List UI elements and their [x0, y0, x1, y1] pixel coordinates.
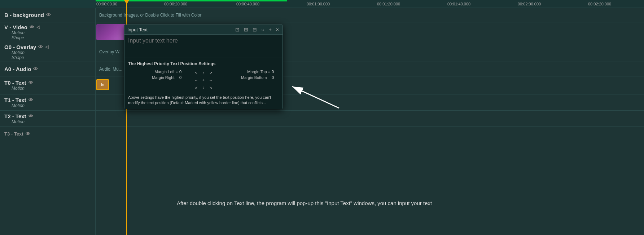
time-marker-5: 00:01:40.000 [447, 2, 470, 6]
arrow-up[interactable]: ↑ [200, 70, 207, 76]
margin-top-value: 0 [272, 70, 279, 74]
time-marker-0: 00:00:00.00 [96, 2, 117, 6]
track-text1-title: T1 - Text [4, 97, 26, 103]
modal-text-input[interactable] [128, 37, 279, 44]
timeline-header: 00:00:00.00 00:00:20.000 00:00:40.000 00… [96, 0, 644, 8]
text0-clip-label: In [101, 83, 104, 87]
track-video-title: V - Video [4, 24, 27, 30]
timeline-row-text3 [96, 127, 644, 141]
modal-close-button[interactable]: × [275, 27, 280, 32]
background-eye-icon[interactable]: 👁 [46, 12, 51, 18]
overlay-shape-label: Shape [4, 55, 95, 60]
margin-left-row: Margin Left = 0 [128, 70, 187, 74]
margin-right-value: 0 [179, 75, 187, 80]
margin-right-row: Margin Right = 0 [128, 75, 187, 80]
modal-minimize-button[interactable]: ○ [260, 27, 265, 32]
arrow-topright[interactable]: ↗ [207, 70, 214, 76]
text2-eye-icon[interactable]: 👁 [29, 114, 33, 119]
margin-bottom-label: Margin Bottom = [220, 75, 270, 80]
overlay-eye-icon[interactable]: 👁 [38, 44, 43, 50]
arrow-topleft[interactable]: ↖ [193, 70, 200, 76]
tracks-sidebar: B - background 👁 V - Video 👁 ◁ Motion Sh… [0, 8, 96, 235]
time-marker-7: 00:02:20.000 [588, 2, 611, 6]
video-audio-icon[interactable]: ◁ [36, 25, 40, 30]
modal-icon-grid[interactable]: ⊡ [235, 27, 240, 32]
modal-titlebar-icons: ⊡ ⊞ ⊟ ○ + × [235, 27, 280, 32]
time-marker-2: 00:00:40.000 [236, 2, 259, 6]
time-marker-1: 00:00:20.000 [164, 2, 187, 6]
text0-motion-label: Motion [4, 86, 95, 91]
track-text3-title: T3 - Text [4, 131, 23, 137]
arrow-bottomleft[interactable]: ↙ [193, 84, 200, 90]
track-text1-label[interactable]: T1 - Text 👁 Motion [0, 94, 95, 111]
track-text3-label[interactable]: T3 - Text 👁 [0, 127, 95, 141]
margin-left-label: Margin Left = [128, 70, 178, 74]
track-background-label[interactable]: B - background 👁 [0, 8, 95, 22]
modal-icon-center[interactable]: ⊞ [243, 27, 249, 32]
arrow-bottomright[interactable]: ↘ [207, 84, 214, 90]
video-motion-label: Motion [4, 30, 95, 35]
text3-eye-icon[interactable]: 👁 [26, 131, 30, 137]
modal-title: Input Text [127, 27, 148, 32]
modal-arrow-grid: ↖ ↑ ↗ ← + → ↙ ↓ ↘ [193, 70, 214, 90]
modal-position-grid: Margin Left = 0 Margin Right = 0 ↖ ↑ ↗ ←… [124, 68, 282, 93]
timeline-row-text2 [96, 111, 644, 127]
track-background-title: B - background [4, 12, 44, 18]
text2-motion-label: Motion [4, 119, 95, 124]
video-eye-icon[interactable]: 👁 [30, 25, 34, 30]
text1-motion-label: Motion [4, 103, 95, 108]
track-audio-label[interactable]: A0 - Audio 👁 [0, 62, 95, 76]
modal-right-margins: Margin Top = 0 Margin Bottom = 0 [220, 70, 279, 90]
time-marker-4: 00:01:20.000 [377, 2, 400, 6]
modal-icon-fit[interactable]: ⊟ [252, 27, 258, 32]
modal-note: Above settings have the highest priority… [124, 93, 282, 109]
arrow-center[interactable]: + [200, 77, 207, 83]
track-text2-label[interactable]: T2 - Text 👁 Motion [0, 111, 95, 127]
track-overlay-label[interactable]: O0 - Overlay 👁 ◁ Motion Shape [0, 42, 95, 62]
margin-right-label: Margin Right = [128, 75, 178, 80]
video-shape-label: Shape [4, 35, 95, 40]
margin-top-label: Margin Top = [220, 70, 270, 74]
background-content-label: Background Images, or Double Click to Fi… [99, 13, 201, 18]
audio-content-label: Audio, Mu... [99, 67, 122, 72]
text0-eye-icon[interactable]: 👁 [29, 80, 33, 85]
text0-clip[interactable]: In [96, 79, 109, 90]
time-marker-6: 00:02:00.000 [518, 2, 541, 6]
video-clip[interactable] [96, 24, 125, 40]
overlay-audio-icon[interactable]: ◁ [45, 44, 48, 49]
track-text2-title: T2 - Text [4, 113, 26, 119]
track-overlay-title: O0 - Overlay [4, 44, 36, 50]
arrow-left[interactable]: ← [193, 77, 200, 83]
modal-titlebar: Input Text ⊡ ⊞ ⊟ ○ + × [124, 25, 282, 35]
modal-expand-button[interactable]: + [268, 27, 272, 32]
margin-bottom-row: Margin Bottom = 0 [220, 75, 279, 80]
track-audio-title: A0 - Audio [4, 66, 31, 72]
playhead-indicator [124, 0, 129, 4]
arrow-down[interactable]: ↓ [200, 84, 207, 90]
modal-text-area[interactable] [124, 35, 282, 56]
track-text0-label[interactable]: T0 - Text 👁 Motion [0, 76, 95, 94]
overlay-motion-label: Motion [4, 50, 95, 55]
modal-divider [124, 58, 282, 58]
modal-section-title: The Highest Priority Text Position Setti… [124, 59, 282, 68]
text1-eye-icon[interactable]: 👁 [29, 97, 33, 103]
arrow-right[interactable]: → [207, 77, 214, 83]
margin-bottom-value: 0 [272, 75, 279, 80]
annotation-text: After double clicking on Text line, the … [177, 200, 432, 206]
time-marker-3: 00:01:00.000 [307, 2, 330, 6]
modal-left-margins: Margin Left = 0 Margin Right = 0 [128, 70, 187, 90]
audio-eye-icon[interactable]: 👁 [33, 66, 38, 72]
track-text0-title: T0 - Text [4, 80, 26, 86]
margin-top-row: Margin Top = 0 [220, 70, 279, 74]
track-video-label[interactable]: V - Video 👁 ◁ Motion Shape [0, 22, 95, 42]
input-text-modal: Input Text ⊡ ⊞ ⊟ ○ + × The Highest Prior… [124, 25, 283, 109]
timeline-row-background: Background Images, or Double Click to Fi… [96, 8, 644, 22]
margin-left-value: 0 [179, 70, 187, 74]
